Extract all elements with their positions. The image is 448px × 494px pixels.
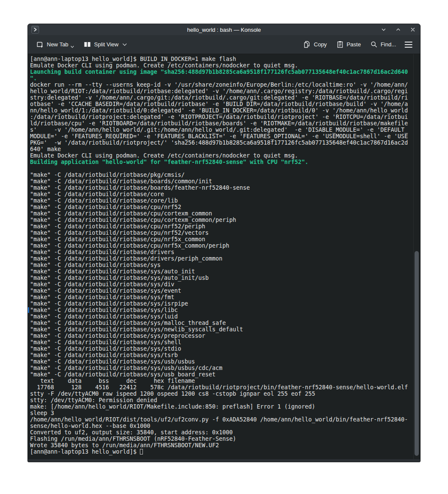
terminal-line: "make" -C /data/riotbuild/riotbase/sys — [30, 262, 413, 268]
maximize-button[interactable] — [394, 26, 402, 33]
terminal-prompt-icon — [33, 27, 37, 32]
hamburger-icon — [405, 47, 412, 48]
terminal-line: "make" -C /data/riotbuild/riotbase/sys/e… — [30, 288, 413, 294]
terminal-line: stry:delegated' -v '/home/ann/.cargo/git… — [30, 94, 413, 101]
terminal-line: "make" -C /data/riotbuild/riotbase/cpu/n… — [30, 223, 413, 230]
toolbar: New Tab Split View Copy — [28, 35, 420, 54]
terminal-line: 640' make — [30, 146, 413, 152]
new-tab-button[interactable]: New Tab — [33, 38, 78, 51]
split-view-label: Split View — [94, 41, 118, 48]
terminal-line: PKG=' -w '/data/riotbuild/riotproject/' … — [30, 139, 413, 146]
paste-icon — [336, 41, 344, 48]
terminal-line: ". — [30, 75, 413, 82]
terminal-line: :/data/riotbuild/riotproject:delegated' … — [30, 114, 413, 120]
terminal-line: Converted to uf2, output size: 35840, st… — [30, 429, 413, 436]
terminal-line: stty: /dev/ttyACM0: Permission denied — [30, 397, 413, 403]
terminal-line: Flashing /run/media/ann/FTHRSNSBOOT (nRF… — [30, 436, 413, 442]
find-label: Find... — [381, 41, 396, 48]
terminal-view[interactable]: [ann@ann-laptop13 hello_world]$ BUILD_IN… — [28, 54, 420, 459]
split-view-icon — [84, 41, 91, 48]
terminal-line: "make" -C /data/riotbuild/riotbase/sys/a… — [30, 275, 413, 281]
terminal-line: "make" -C /data/riotbuild/riotbase/sys/u… — [30, 365, 413, 371]
terminal-line: "make" -C /data/riotbuild/riotbase/cpu/n… — [30, 204, 413, 210]
terminal-line: stty -F /dev/ttyACM0 raw ispeed 1200 osp… — [30, 391, 413, 397]
konsole-window: hello_world : bash — Konsole — [27, 24, 421, 462]
terminal-line: "make" -C /data/riotbuild/riotbase/sys/l… — [30, 307, 413, 313]
terminal-line: "make" -C /data/riotbuild/riotbase/cpu/n… — [30, 242, 413, 249]
terminal-line: Emulate Docker CLI using podman. Create … — [30, 62, 413, 69]
terminal-line: "make" -C /data/riotbuild/riotbase/core/… — [30, 197, 413, 204]
terminal-line: "make" -C /data/riotbuild/riotbase/sys/d… — [30, 281, 413, 288]
terminal-line: 17768 128 4516 22412 578c /data/riotbuil… — [30, 384, 413, 391]
terminal-line: sense/hello-world.hex --base 0x1000 — [30, 423, 413, 429]
terminal-line: Building application "hello-world" for "… — [30, 159, 413, 165]
terminal-line: hello_world/RIOT:/data/riotbuild/riotbas… — [30, 88, 413, 94]
terminal-line: "make" -C /data/riotbuild/riotbase/sys/u… — [30, 371, 413, 378]
terminal-line: "make" -C /data/riotbuild/riotbase/cpu/c… — [30, 210, 413, 217]
paste-button[interactable]: Paste — [333, 38, 364, 51]
terminal-line: "make" -C /data/riotbuild/riotbase/sys/a… — [30, 268, 413, 275]
find-button[interactable]: Find... — [367, 38, 400, 51]
search-icon — [370, 41, 378, 48]
terminal-line: "make" -C /data/riotbuild/riotbase/sys/p… — [30, 333, 413, 339]
terminal-line: otbase' -e 'CCACHE_BASEDIR=/data/riotbui… — [30, 101, 413, 107]
paste-label: Paste — [347, 41, 361, 48]
close-button[interactable] — [409, 26, 417, 33]
terminal-line: Emulate Docker CLI using podman. Create … — [30, 152, 413, 159]
copy-label: Copy — [314, 41, 327, 48]
terminal-line: /home/ann/hello_world/RIOT/dist/tools/uf… — [30, 416, 413, 423]
window-title: hello_world : bash — Konsole — [28, 27, 420, 33]
terminal-scrollbar[interactable] — [413, 54, 420, 459]
terminal-line: MODULE=' -e 'FEATURES_REQUIRED=' -e 'FEA… — [30, 133, 413, 139]
terminal-line: "make" -C /data/riotbuild/riotbase/board… — [30, 178, 413, 185]
terminal-line: make: [/home/ann/hello_world/RIOT/Makefi… — [30, 403, 413, 410]
terminal-line: "make" -C /data/riotbuild/riotbase/drive… — [30, 249, 413, 255]
scrollbar-thumb[interactable] — [415, 251, 419, 456]
terminal-line: "make" -C /data/riotbuild/riotbase/cpu/c… — [30, 217, 413, 223]
new-tab-label: New Tab — [47, 41, 68, 48]
terminal-line: "make" -C /data/riotbuild/riotbase/drive… — [30, 255, 413, 262]
chevron-down-icon — [70, 45, 74, 48]
terminal-line: docker run --rm --tty --userns keep-id -… — [30, 82, 413, 88]
terminal-line — [30, 165, 413, 172]
terminal-line: "make" -C /data/riotbuild/riotbase/board… — [30, 185, 413, 191]
terminal-line: text data bss dec hex filename — [30, 378, 413, 384]
konsole-app-icon[interactable] — [31, 26, 39, 33]
terminal-line: "make" -C /data/riotbuild/riotbase/sys/f… — [30, 294, 413, 300]
hamburger-icon — [405, 42, 412, 42]
hamburger-icon — [405, 44, 412, 45]
terminal-line: Wrote 35840 bytes to /run/media/ann/FTHR… — [30, 442, 413, 449]
terminal-line: "make" -C /data/riotbuild/riotbase/sys/i… — [30, 300, 413, 307]
terminal-line: "make" -C /data/riotbuild/riotbase/pkg/c… — [30, 172, 413, 178]
terminal-line: "make" -C /data/riotbuild/riotbase/sys/l… — [30, 313, 413, 320]
terminal-line: Launching build container using image "s… — [30, 69, 413, 75]
terminal-line: nn/hello_world/1:/data/riotbuild/0:deleg… — [30, 107, 413, 114]
window-controls — [380, 26, 417, 33]
terminal-line: "make" -C /data/riotbuild/riotbase/sys/m… — [30, 320, 413, 326]
terminal-line: "make" -C /data/riotbuild/riotbase/cpu/n… — [30, 230, 413, 236]
close-icon — [410, 27, 416, 33]
window-bottom-frame — [28, 459, 420, 462]
chevron-down-icon — [381, 27, 387, 33]
terminal-line: "make" -C /data/riotbuild/riotbase/sys/s… — [30, 339, 413, 345]
new-tab-icon — [36, 41, 44, 48]
terminal-line: "make" -C /data/riotbuild/riotbase/sys/u… — [30, 358, 413, 365]
chevron-down-icon — [122, 43, 127, 46]
copy-button[interactable]: Copy — [300, 38, 330, 51]
terminal-line: "make" -C /data/riotbuild/riotbase/cpu/n… — [30, 236, 413, 242]
terminal-cursor — [140, 449, 143, 455]
terminal-line: ld/riotbase/cpu' -e 'RIOTBOARD=/data/rio… — [30, 120, 413, 127]
terminal-line: "make" -C /data/riotbuild/riotbase/sys/n… — [30, 326, 413, 333]
terminal-line: "make" -C /data/riotbuild/riotbase/sys/t… — [30, 352, 413, 358]
minimize-button[interactable] — [380, 26, 387, 33]
copy-icon — [303, 41, 311, 48]
terminal-line: sleep 3 — [30, 410, 413, 416]
terminal-line: "make" -C /data/riotbuild/riotbase/core — [30, 191, 413, 197]
chevron-up-icon — [395, 27, 401, 33]
split-view-button[interactable]: Split View — [80, 38, 130, 51]
terminal-line: [ann@ann-laptop13 hello_world]$ BUILD_IN… — [30, 56, 413, 62]
terminal-line: "make" -C /data/riotbuild/riotbase/sys/s… — [30, 345, 413, 352]
menu-button[interactable] — [402, 39, 415, 50]
titlebar[interactable]: hello_world : bash — Konsole — [28, 24, 420, 35]
terminal-line: s' -v '/home/ann/hello_world/.git:/home/… — [30, 127, 413, 133]
